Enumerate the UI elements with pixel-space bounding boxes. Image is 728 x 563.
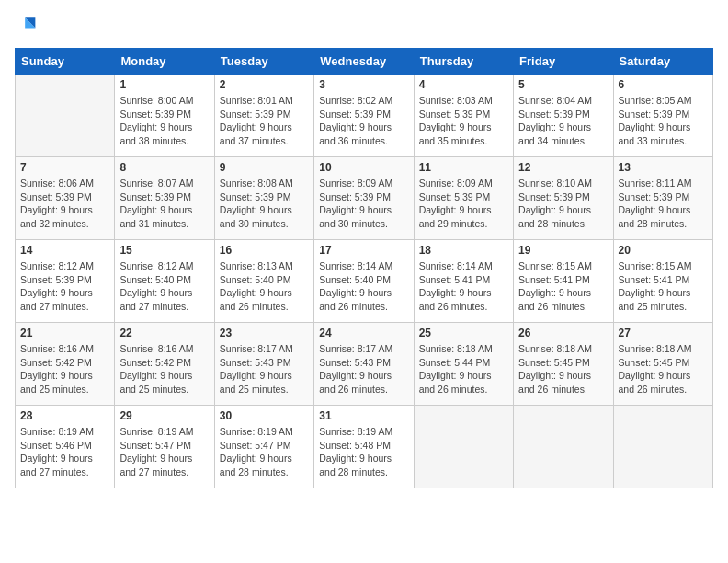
week-row-3: 14Sunrise: 8:12 AM Sunset: 5:39 PM Dayli… xyxy=(16,240,713,323)
day-cell: 23Sunrise: 8:17 AM Sunset: 5:43 PM Dayli… xyxy=(214,323,313,406)
day-number: 30 xyxy=(220,409,309,422)
day-info: Sunrise: 8:19 AM Sunset: 5:46 PM Dayligh… xyxy=(20,425,109,479)
day-number: 19 xyxy=(518,244,608,257)
day-info: Sunrise: 8:15 AM Sunset: 5:41 PM Dayligh… xyxy=(518,259,608,314)
day-number: 13 xyxy=(619,161,708,174)
day-number: 10 xyxy=(319,161,408,174)
day-cell: 28Sunrise: 8:19 AM Sunset: 5:46 PM Dayli… xyxy=(16,406,115,488)
day-cell: 4Sunrise: 8:03 AM Sunset: 5:39 PM Daylig… xyxy=(414,75,513,157)
day-number: 11 xyxy=(419,161,508,174)
day-number: 8 xyxy=(119,161,209,174)
weekday-header-monday: Monday xyxy=(115,49,214,75)
day-cell: 2Sunrise: 8:01 AM Sunset: 5:39 PM Daylig… xyxy=(214,75,313,157)
day-cell: 11Sunrise: 8:09 AM Sunset: 5:39 PM Dayli… xyxy=(414,157,513,240)
day-info: Sunrise: 8:12 AM Sunset: 5:39 PM Dayligh… xyxy=(20,259,109,314)
logo-icon xyxy=(15,15,37,37)
day-cell: 10Sunrise: 8:09 AM Sunset: 5:39 PM Dayli… xyxy=(314,157,414,240)
day-info: Sunrise: 8:09 AM Sunset: 5:39 PM Dayligh… xyxy=(319,177,408,231)
day-info: Sunrise: 8:08 AM Sunset: 5:39 PM Dayligh… xyxy=(220,177,309,231)
day-cell: 13Sunrise: 8:11 AM Sunset: 5:39 PM Dayli… xyxy=(613,157,712,240)
day-info: Sunrise: 8:07 AM Sunset: 5:39 PM Dayligh… xyxy=(119,177,209,231)
weekday-header-thursday: Thursday xyxy=(414,49,513,75)
day-info: Sunrise: 8:19 AM Sunset: 5:48 PM Dayligh… xyxy=(319,425,408,479)
day-number: 12 xyxy=(518,161,608,174)
day-cell: 3Sunrise: 8:02 AM Sunset: 5:39 PM Daylig… xyxy=(314,75,414,157)
day-cell: 24Sunrise: 8:17 AM Sunset: 5:43 PM Dayli… xyxy=(314,323,414,406)
day-info: Sunrise: 8:13 AM Sunset: 5:40 PM Dayligh… xyxy=(220,259,309,314)
day-number: 26 xyxy=(518,327,608,339)
week-row-4: 21Sunrise: 8:16 AM Sunset: 5:42 PM Dayli… xyxy=(16,323,713,406)
weekday-header-tuesday: Tuesday xyxy=(214,49,313,75)
week-row-2: 7Sunrise: 8:06 AM Sunset: 5:39 PM Daylig… xyxy=(16,157,713,240)
day-number: 25 xyxy=(419,327,508,339)
day-info: Sunrise: 8:16 AM Sunset: 5:42 PM Dayligh… xyxy=(20,342,109,396)
day-cell: 31Sunrise: 8:19 AM Sunset: 5:48 PM Dayli… xyxy=(314,406,414,488)
day-number: 31 xyxy=(319,409,408,422)
day-info: Sunrise: 8:14 AM Sunset: 5:40 PM Dayligh… xyxy=(319,259,408,314)
day-info: Sunrise: 8:19 AM Sunset: 5:47 PM Dayligh… xyxy=(220,425,309,479)
logo xyxy=(15,15,39,37)
day-cell: 1Sunrise: 8:00 AM Sunset: 5:39 PM Daylig… xyxy=(115,75,214,157)
day-info: Sunrise: 8:06 AM Sunset: 5:39 PM Dayligh… xyxy=(20,177,109,231)
weekday-header-row: SundayMondayTuesdayWednesdayThursdayFrid… xyxy=(16,49,713,75)
day-number: 3 xyxy=(319,78,408,91)
day-info: Sunrise: 8:18 AM Sunset: 5:44 PM Dayligh… xyxy=(419,342,508,396)
day-info: Sunrise: 8:18 AM Sunset: 5:45 PM Dayligh… xyxy=(518,342,608,396)
day-cell: 19Sunrise: 8:15 AM Sunset: 5:41 PM Dayli… xyxy=(514,240,613,323)
day-cell xyxy=(414,406,513,488)
day-number: 29 xyxy=(119,409,209,422)
day-info: Sunrise: 8:03 AM Sunset: 5:39 PM Dayligh… xyxy=(419,94,508,148)
week-row-5: 28Sunrise: 8:19 AM Sunset: 5:46 PM Dayli… xyxy=(16,406,713,488)
day-cell: 27Sunrise: 8:18 AM Sunset: 5:45 PM Dayli… xyxy=(613,323,712,406)
day-info: Sunrise: 8:09 AM Sunset: 5:39 PM Dayligh… xyxy=(419,177,508,231)
day-number: 27 xyxy=(619,327,708,339)
day-info: Sunrise: 8:10 AM Sunset: 5:39 PM Dayligh… xyxy=(518,177,608,231)
day-cell: 15Sunrise: 8:12 AM Sunset: 5:40 PM Dayli… xyxy=(115,240,214,323)
day-number: 5 xyxy=(518,78,608,91)
day-cell xyxy=(514,406,613,488)
day-cell: 7Sunrise: 8:06 AM Sunset: 5:39 PM Daylig… xyxy=(16,157,115,240)
day-number: 18 xyxy=(419,244,508,257)
day-cell: 30Sunrise: 8:19 AM Sunset: 5:47 PM Dayli… xyxy=(214,406,313,488)
day-number: 6 xyxy=(619,78,708,91)
day-number: 17 xyxy=(319,244,408,257)
day-info: Sunrise: 8:02 AM Sunset: 5:39 PM Dayligh… xyxy=(319,94,408,148)
day-cell: 29Sunrise: 8:19 AM Sunset: 5:47 PM Dayli… xyxy=(115,406,214,488)
day-number: 7 xyxy=(20,161,109,174)
weekday-header-wednesday: Wednesday xyxy=(314,49,414,75)
day-cell: 9Sunrise: 8:08 AM Sunset: 5:39 PM Daylig… xyxy=(214,157,313,240)
day-info: Sunrise: 8:00 AM Sunset: 5:39 PM Dayligh… xyxy=(119,94,209,148)
day-cell xyxy=(613,406,712,488)
day-number: 23 xyxy=(220,327,309,339)
day-cell: 8Sunrise: 8:07 AM Sunset: 5:39 PM Daylig… xyxy=(115,157,214,240)
weekday-header-friday: Friday xyxy=(514,49,613,75)
day-info: Sunrise: 8:11 AM Sunset: 5:39 PM Dayligh… xyxy=(619,177,708,231)
weekday-header-saturday: Saturday xyxy=(613,49,712,75)
day-info: Sunrise: 8:05 AM Sunset: 5:39 PM Dayligh… xyxy=(619,94,708,148)
day-cell: 18Sunrise: 8:14 AM Sunset: 5:41 PM Dayli… xyxy=(414,240,513,323)
day-number: 4 xyxy=(419,78,508,91)
calendar-table: SundayMondayTuesdayWednesdayThursdayFrid… xyxy=(15,48,713,488)
day-number: 16 xyxy=(220,244,309,257)
day-info: Sunrise: 8:04 AM Sunset: 5:39 PM Dayligh… xyxy=(518,94,608,148)
day-number: 21 xyxy=(20,327,109,339)
day-info: Sunrise: 8:01 AM Sunset: 5:39 PM Dayligh… xyxy=(220,94,309,148)
day-cell: 22Sunrise: 8:16 AM Sunset: 5:42 PM Dayli… xyxy=(115,323,214,406)
week-row-1: 1Sunrise: 8:00 AM Sunset: 5:39 PM Daylig… xyxy=(16,75,713,157)
day-info: Sunrise: 8:15 AM Sunset: 5:41 PM Dayligh… xyxy=(619,259,708,314)
day-info: Sunrise: 8:17 AM Sunset: 5:43 PM Dayligh… xyxy=(220,342,309,396)
day-info: Sunrise: 8:14 AM Sunset: 5:41 PM Dayligh… xyxy=(419,259,508,314)
day-number: 24 xyxy=(319,327,408,339)
day-info: Sunrise: 8:18 AM Sunset: 5:45 PM Dayligh… xyxy=(619,342,708,396)
day-info: Sunrise: 8:17 AM Sunset: 5:43 PM Dayligh… xyxy=(319,342,408,396)
day-info: Sunrise: 8:12 AM Sunset: 5:40 PM Dayligh… xyxy=(119,259,209,314)
day-cell: 12Sunrise: 8:10 AM Sunset: 5:39 PM Dayli… xyxy=(514,157,613,240)
day-cell: 21Sunrise: 8:16 AM Sunset: 5:42 PM Dayli… xyxy=(16,323,115,406)
day-number: 1 xyxy=(119,78,209,91)
day-number: 22 xyxy=(119,327,209,339)
day-cell: 20Sunrise: 8:15 AM Sunset: 5:41 PM Dayli… xyxy=(613,240,712,323)
day-info: Sunrise: 8:16 AM Sunset: 5:42 PM Dayligh… xyxy=(119,342,209,396)
day-number: 15 xyxy=(119,244,209,257)
day-cell: 26Sunrise: 8:18 AM Sunset: 5:45 PM Dayli… xyxy=(514,323,613,406)
weekday-header-sunday: Sunday xyxy=(16,49,115,75)
